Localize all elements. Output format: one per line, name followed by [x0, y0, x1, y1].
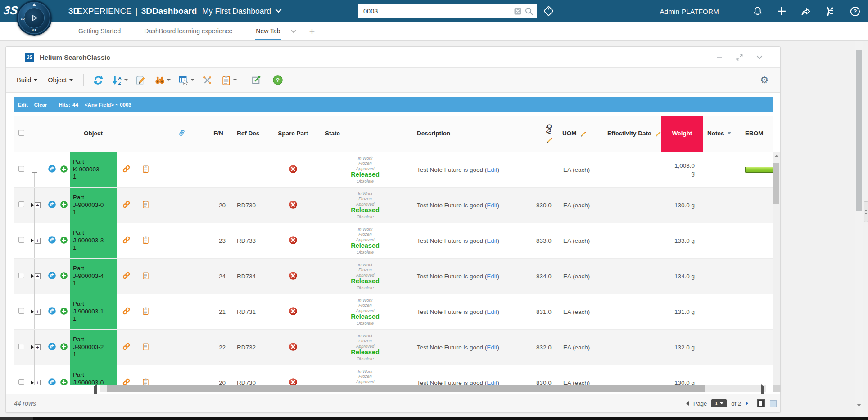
3dswym-icon[interactable]: [825, 6, 836, 17]
spare-part-no-icon[interactable]: [289, 272, 297, 280]
open-link-icon[interactable]: [122, 165, 131, 173]
expand-triangle-icon[interactable]: [31, 203, 34, 207]
settings-gear-icon[interactable]: ⚙: [760, 75, 769, 85]
spare-part-no-icon[interactable]: [289, 165, 297, 173]
qty-edit-pencil-icon[interactable]: [546, 137, 552, 143]
sort-button[interactable]: AZ: [111, 74, 123, 86]
table-hscrollbar-thumb[interactable]: [107, 385, 705, 392]
filter-edit-link[interactable]: Edit: [18, 102, 28, 107]
edit-description-link[interactable]: Edit: [487, 273, 497, 280]
notes-filter-chevron-icon[interactable]: [728, 132, 731, 134]
expand-triangle-icon[interactable]: [31, 380, 34, 385]
table-vertical-scrollbar[interactable]: [773, 152, 780, 385]
filter-clear-link[interactable]: Clear: [34, 102, 47, 107]
navigate-icon[interactable]: [48, 343, 56, 350]
edit-description-link[interactable]: Edit: [487, 380, 497, 385]
side-panel-grip[interactable]: [864, 201, 868, 222]
notifications-bell-icon[interactable]: [752, 6, 763, 17]
tab-dashboard-learning-experience[interactable]: DashBoard learning experience: [143, 22, 233, 40]
page-scroll-down-arrow[interactable]: [857, 407, 861, 415]
prev-page-button[interactable]: [686, 401, 689, 406]
navigate-icon[interactable]: [48, 272, 56, 279]
refresh-button[interactable]: [92, 74, 104, 86]
collapse-widget-chevron-icon[interactable]: [756, 55, 763, 60]
expand-plus-icon[interactable]: [35, 344, 41, 350]
spare-part-no-icon[interactable]: [289, 201, 297, 209]
disconnect-button[interactable]: [201, 74, 213, 86]
navigate-icon[interactable]: [48, 236, 56, 244]
select-columns-button[interactable]: [177, 74, 190, 86]
object-name-cell[interactable]: Part K-900003 1: [70, 152, 117, 187]
open-link-icon[interactable]: [122, 271, 131, 280]
clipboard-icon[interactable]: [142, 236, 149, 244]
expand-triangle-icon[interactable]: [31, 345, 34, 349]
find-options-chevron-icon[interactable]: [167, 79, 171, 81]
navigate-icon[interactable]: [48, 165, 56, 173]
row-checkbox[interactable]: [18, 201, 24, 207]
add-child-icon[interactable]: [60, 308, 68, 315]
view-toggle-alt[interactable]: [770, 400, 777, 407]
help-icon[interactable]: ?: [850, 6, 861, 17]
select-options-chevron-icon[interactable]: [191, 79, 194, 81]
spare-part-no-icon[interactable]: [289, 236, 297, 244]
column-header-state[interactable]: State: [322, 116, 408, 152]
spare-part-no-icon[interactable]: [289, 343, 297, 351]
view-toggle-selected[interactable]: [757, 399, 765, 407]
navigate-icon[interactable]: [48, 307, 56, 315]
add-tab-button[interactable]: +: [307, 22, 318, 40]
clipboard-icon[interactable]: [142, 307, 149, 315]
row-checkbox[interactable]: [18, 273, 24, 278]
open-link-icon[interactable]: [122, 307, 131, 315]
select-all-checkbox[interactable]: [18, 130, 24, 136]
add-content-button[interactable]: [777, 6, 787, 16]
add-child-icon[interactable]: [60, 165, 68, 173]
effectivity-edit-pencil-icon[interactable]: [655, 130, 661, 137]
open-link-icon[interactable]: [122, 378, 131, 385]
column-header-weight[interactable]: Weight: [661, 116, 703, 152]
tab-options-chevron-icon[interactable]: [290, 22, 297, 40]
tab-getting-started[interactable]: Getting Started: [77, 22, 122, 40]
clipboard-icon[interactable]: [142, 165, 149, 173]
column-header-qty[interactable]: Qty: [536, 116, 562, 152]
search-icon[interactable]: [524, 7, 533, 16]
object-name-cell[interactable]: Part J-900003-4 1: [70, 259, 117, 294]
edit-description-link[interactable]: Edit: [487, 237, 497, 244]
spare-part-no-icon[interactable]: [289, 378, 297, 385]
expand-triangle-icon[interactable]: [31, 238, 34, 243]
edit-description-link[interactable]: Edit: [487, 344, 497, 351]
expand-plus-icon[interactable]: [35, 380, 41, 385]
build-menu-button[interactable]: Build: [15, 75, 39, 85]
edit-mode-button[interactable]: [135, 74, 147, 86]
ebom-progress-bar[interactable]: [745, 167, 773, 173]
column-header-uom[interactable]: UOM: [562, 116, 604, 152]
row-checkbox[interactable]: [18, 308, 24, 314]
column-header-object[interactable]: Object: [70, 116, 117, 152]
object-name-cell[interactable]: Part J-900003-3 1: [70, 223, 117, 258]
scroll-up-arrow[interactable]: [773, 153, 780, 159]
clipboard-icon[interactable]: [142, 378, 149, 385]
column-header-fn[interactable]: F/N: [208, 116, 229, 152]
tab-new-tab[interactable]: New Tab: [255, 22, 281, 40]
edit-description-link[interactable]: Edit: [487, 166, 497, 173]
clipboard-options-chevron-icon[interactable]: [233, 79, 237, 81]
clipboard-icon[interactable]: [142, 200, 149, 209]
edit-description-link[interactable]: Edit: [487, 202, 497, 209]
clipboard-icon[interactable]: [142, 271, 149, 280]
page-scrollbar[interactable]: [855, 41, 863, 417]
navigate-icon[interactable]: [48, 378, 56, 385]
object-name-cell[interactable]: Part J-900003-0 1: [70, 365, 117, 385]
export-button[interactable]: [250, 74, 262, 86]
uom-edit-pencil-icon[interactable]: [580, 130, 586, 137]
column-header-effectivity-date[interactable]: Effectivity Date: [604, 116, 661, 152]
row-checkbox[interactable]: [18, 166, 24, 172]
find-in-table-button[interactable]: [154, 74, 166, 86]
open-link-icon[interactable]: [122, 342, 131, 351]
expand-triangle-icon[interactable]: [31, 274, 34, 278]
add-child-icon[interactable]: [60, 272, 68, 279]
attachment-column-paperclip-icon[interactable]: [156, 116, 208, 152]
maximize-widget-button[interactable]: [736, 54, 743, 61]
dashboard-title[interactable]: My First Dashboard: [202, 7, 271, 16]
user-menu[interactable]: Admin PLATFORM: [660, 8, 719, 15]
expand-plus-icon[interactable]: [35, 273, 41, 279]
column-header-ebom[interactable]: EBOM: [742, 116, 773, 152]
